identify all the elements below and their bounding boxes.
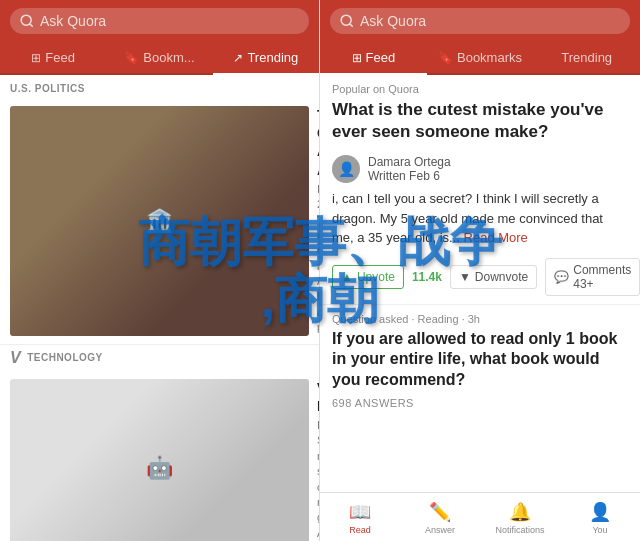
- left-tabs: ⊞ Feed 🔖 Bookm... ↗ Trending: [0, 42, 319, 75]
- trending-icon-left: ↗: [233, 51, 243, 65]
- author-name: Damara Ortega: [368, 155, 451, 169]
- left-search-input[interactable]: Ask Quora: [10, 8, 309, 34]
- tab-bookmarks-left[interactable]: 🔖 Bookm...: [106, 42, 212, 73]
- upvote-icon: ▲: [341, 270, 353, 284]
- bookmark-icon-right: 🔖: [438, 51, 453, 65]
- tab-trending-left[interactable]: ↗ Trending: [213, 42, 319, 75]
- read-icon-right: 📖: [349, 501, 371, 523]
- popular-label: Popular on Quora: [320, 75, 640, 99]
- bookmark-icon-left: 🔖: [124, 51, 139, 65]
- feed-icon-right: ⊞: [352, 51, 362, 65]
- right-search-text: Ask Quora: [360, 13, 426, 29]
- right-search-bar: Ask Quora: [320, 0, 640, 42]
- tab-trending-right[interactable]: Trending: [533, 42, 640, 73]
- left-search-text: Ask Quora: [40, 13, 106, 29]
- thumb-trump: 🏛️: [10, 106, 309, 336]
- main-question: What is the cutest mistake you've ever s…: [320, 99, 640, 151]
- you-icon-right: 👤: [589, 501, 611, 523]
- nav-read-right[interactable]: 📖 Read: [320, 499, 400, 537]
- search-icon-right: [340, 14, 354, 28]
- tab-bookmarks-right[interactable]: 🔖 Bookmarks: [427, 42, 534, 73]
- answer-preview: i, can I tell you a secret? I think I wi…: [320, 189, 640, 254]
- notifications-icon-right: 🔔: [509, 501, 531, 523]
- nav-you-right[interactable]: 👤 You: [560, 499, 640, 537]
- upvote-button[interactable]: ▲ Upvote: [332, 265, 404, 289]
- second-question: If you are allowed to read only 1 book i…: [320, 329, 640, 397]
- tab-feed-left[interactable]: ⊞ Feed: [0, 42, 106, 73]
- left-panel: Ask Quora ⊞ Feed 🔖 Bookm... ↗ Trending U…: [0, 0, 320, 541]
- question-meta-text: Question asked · Reading · 3h: [332, 313, 480, 325]
- upvote-label: Upvote: [357, 270, 395, 284]
- author-avatar: 👤: [332, 155, 360, 183]
- feed-icon-left: ⊞: [31, 51, 41, 65]
- tab-bookmarks-label-right: Bookmarks: [457, 50, 522, 65]
- upvote-count: 11.4k: [412, 270, 442, 284]
- nav-read-label-right: Read: [349, 525, 371, 535]
- nav-answer-right[interactable]: ✏️ Answer: [400, 499, 480, 537]
- thumb-viv: 🤖: [10, 379, 309, 541]
- v-logo-icon: V: [10, 349, 21, 367]
- author-info: Damara Ortega Written Feb 6: [368, 155, 451, 183]
- comments-button[interactable]: 💬 Comments 43+: [545, 258, 640, 296]
- downvote-icon: ▼: [459, 270, 471, 284]
- action-row: ▲ Upvote 11.4k ▼ Downvote 💬 Comments 43+…: [320, 254, 640, 305]
- question2-meta: Question asked · Reading · 3h: [320, 305, 640, 329]
- section-tech-text: TECHNOLOGY: [27, 352, 103, 363]
- news-item-trump[interactable]: 🏛️ Trump Goes After Amazon In May 2016, …: [0, 98, 319, 345]
- tab-bookmarks-label-left: Bookm...: [143, 50, 194, 65]
- right-bottom-nav: 📖 Read ✏️ Answer 🔔 Notifications 👤 You: [320, 492, 640, 541]
- downvote-label: Downvote: [475, 270, 528, 284]
- tab-feed-right[interactable]: ⊞ Feed: [320, 42, 427, 75]
- news-item-viv[interactable]: 🤖 Viv AI Debuts In 2016, Siri makers sho…: [0, 371, 319, 541]
- right-search-input[interactable]: Ask Quora: [330, 8, 630, 34]
- tab-feed-label-left: Feed: [45, 50, 75, 65]
- nav-notifications-label-right: Notifications: [495, 525, 544, 535]
- nav-notifications-right[interactable]: 🔔 Notifications: [480, 499, 560, 537]
- author-row: 👤 Damara Ortega Written Feb 6: [320, 151, 640, 189]
- section-label-tech: V TECHNOLOGY: [0, 345, 319, 371]
- answer-icon-right: ✏️: [429, 501, 451, 523]
- comments-label: Comments 43+: [573, 263, 631, 291]
- author-date: Written Feb 6: [368, 169, 451, 183]
- right-tabs: ⊞ Feed 🔖 Bookmarks Trending: [320, 42, 640, 75]
- search-icon: [20, 14, 34, 28]
- downvote-button[interactable]: ▼ Downvote: [450, 265, 537, 289]
- section-label-politics-1: U.S. Politics: [0, 75, 319, 98]
- comments-icon: 💬: [554, 270, 569, 284]
- nav-answer-label-right: Answer: [425, 525, 455, 535]
- right-panel: Ask Quora ⊞ Feed 🔖 Bookmarks Trending Po…: [320, 0, 640, 541]
- tab-trending-label-left: Trending: [247, 50, 298, 65]
- read-more-link[interactable]: Read More: [464, 230, 528, 245]
- tab-feed-label-right: Feed: [366, 50, 396, 65]
- nav-you-label-right: You: [592, 525, 607, 535]
- tab-trending-label-right: Trending: [561, 50, 612, 65]
- answers-count: 698 ANSWERS: [320, 397, 640, 409]
- left-search-bar: Ask Quora: [0, 0, 319, 42]
